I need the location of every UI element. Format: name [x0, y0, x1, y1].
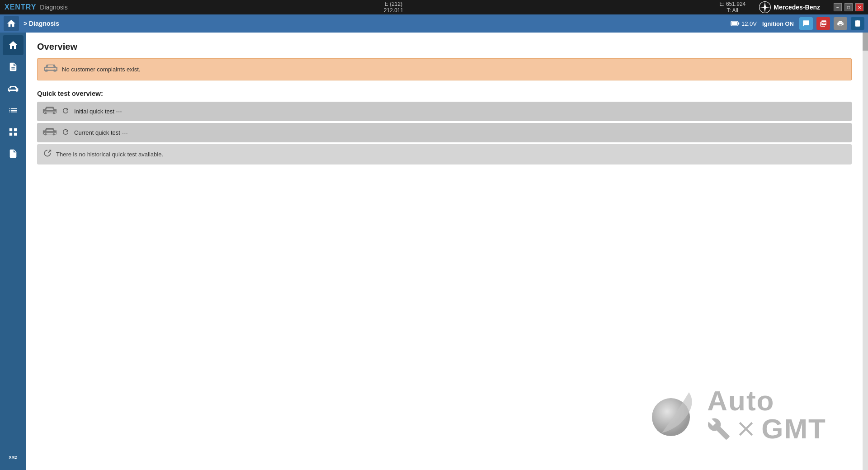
sidebar-item-home[interactable]	[3, 35, 24, 55]
initial-quick-test-label: Initial quick test ---	[74, 108, 122, 115]
minimize-button[interactable]: −	[834, 3, 842, 11]
battery-icon	[731, 20, 740, 27]
version: 212.011	[384, 7, 403, 14]
toolbar-icons	[799, 17, 864, 30]
e-code: E (212)	[385, 1, 402, 7]
sidebar-item-grid[interactable]	[3, 122, 24, 142]
toolbar: > Diagnosis 12.0V Ignition ON	[0, 14, 868, 33]
close-button[interactable]: ✕	[855, 3, 863, 11]
svg-point-5	[46, 70, 48, 72]
watermark: Auto GMT	[648, 387, 826, 443]
book-button[interactable]	[851, 17, 864, 30]
watermark-logo-icon	[648, 388, 703, 442]
toolbar-right: 12.0V Ignition ON	[731, 17, 864, 30]
sidebar-report-icon	[8, 62, 18, 72]
history-row: There is no historical quick test availa…	[37, 144, 852, 164]
svg-point-9	[45, 133, 47, 135]
scrollbar-thumb[interactable]	[863, 33, 868, 51]
alert-vehicle-icon	[44, 63, 57, 73]
print-icon	[837, 20, 844, 27]
sidebar-item-list[interactable]	[3, 100, 24, 120]
t-code: T: All	[727, 7, 738, 14]
sidebar-car-icon	[8, 85, 19, 93]
pdf-button[interactable]	[816, 17, 830, 30]
mercedes-star-icon	[759, 1, 771, 13]
sidebar-grid-icon	[8, 127, 18, 137]
svg-point-6	[53, 70, 56, 72]
svg-point-10	[53, 133, 55, 135]
chat-icon	[802, 20, 810, 27]
title-bar-center: E (212) 212.011	[384, 1, 403, 14]
sidebar-document-icon	[8, 149, 18, 159]
e-code2-group: E: 651.924 T: All	[719, 1, 745, 14]
svg-point-7	[45, 112, 47, 114]
battery-voltage: 12.0V	[741, 20, 757, 27]
scrollbar-track[interactable]	[863, 33, 868, 470]
current-test-refresh-icon	[61, 128, 70, 137]
pdf-icon	[820, 20, 827, 27]
print-button[interactable]	[834, 17, 847, 30]
history-message: There is no historical quick test availa…	[56, 151, 163, 158]
watermark-cross-icon	[734, 417, 758, 441]
clock-icon	[42, 149, 52, 160]
initial-test-refresh-icon	[61, 107, 70, 116]
car-icon-initial	[42, 106, 57, 115]
svg-rect-4	[731, 22, 737, 25]
window-controls[interactable]: − □ ✕	[834, 3, 863, 11]
car-icon-current	[42, 127, 57, 136]
sidebar-home-icon	[8, 40, 19, 51]
alert-message: No customer complaints exist.	[62, 66, 140, 73]
watermark-bottom-row: GMT	[707, 415, 826, 443]
svg-point-8	[53, 112, 55, 114]
alert-car-icon	[44, 63, 57, 75]
main-content: Overview No customer complaints exist. Q…	[26, 33, 863, 470]
title-bar: XENTRY Diagnosis E (212) 212.011 E: 651.…	[0, 0, 868, 14]
book-icon	[854, 20, 861, 27]
e-code2: E: 651.924	[719, 1, 745, 7]
ignition-status: Ignition ON	[762, 20, 794, 27]
current-quick-test-row[interactable]: Current quick test ---	[37, 123, 852, 142]
sidebar-item-car-info[interactable]	[3, 79, 24, 99]
mercedes-benz-logo: Mercedes-Benz	[759, 1, 820, 13]
sidebar: XRD	[0, 33, 26, 470]
sidebar-list-icon	[8, 105, 18, 115]
main-layout: XRD Overview No customer complaints exis…	[0, 33, 868, 470]
watermark-auto: Auto	[707, 387, 826, 415]
chat-button[interactable]	[799, 17, 813, 30]
app-title: Diagnosis	[40, 4, 67, 11]
watermark-wrench-icon	[707, 417, 731, 441]
svg-rect-3	[738, 23, 740, 25]
title-bar-right-group: E: 651.924 T: All Mercedes-Benz − □ ✕	[719, 1, 863, 14]
sidebar-item-document[interactable]	[3, 144, 24, 164]
home-button[interactable]	[4, 16, 19, 31]
initial-test-car-icon	[42, 106, 57, 117]
home-icon	[6, 19, 16, 28]
watermark-gmt: GMT	[761, 415, 826, 443]
alert-banner: No customer complaints exist.	[37, 58, 852, 80]
brand-name: Mercedes-Benz	[774, 4, 820, 11]
xrd-label: XRD	[9, 455, 17, 460]
refresh-icon-current	[61, 128, 70, 136]
quick-test-section-title: Quick test overview:	[37, 89, 852, 97]
breadcrumb: > Diagnosis	[24, 20, 59, 27]
xentry-logo: XENTRY	[5, 3, 36, 11]
sidebar-item-report[interactable]	[3, 57, 24, 77]
initial-quick-test-row[interactable]: Initial quick test ---	[37, 102, 852, 121]
current-test-car-icon	[42, 127, 57, 138]
sidebar-item-xrd[interactable]: XRD	[3, 447, 24, 467]
history-clock-icon	[42, 149, 52, 158]
page-title: Overview	[37, 42, 852, 52]
restore-button[interactable]: □	[844, 3, 853, 11]
battery-info: 12.0V	[731, 20, 757, 27]
title-bar-left: XENTRY Diagnosis	[5, 3, 68, 11]
watermark-text-group: Auto GMT	[707, 387, 826, 443]
refresh-icon-initial	[61, 107, 70, 115]
current-quick-test-label: Current quick test ---	[74, 129, 127, 136]
svg-marker-1	[760, 2, 770, 12]
